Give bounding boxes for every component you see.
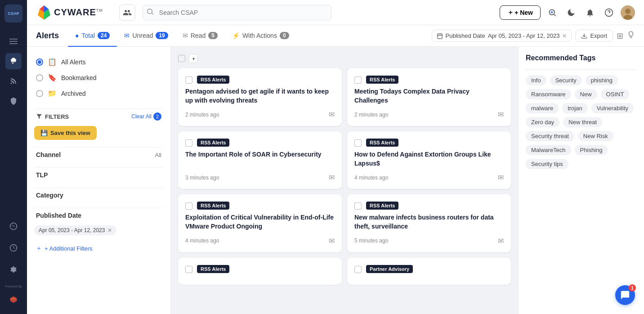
alert-card-3[interactable]: RSS Alerts The Important Role of SOAR in… (178, 131, 342, 189)
card-2-checkbox[interactable] (354, 76, 362, 84)
archived-radio (36, 90, 43, 97)
card-3-mail-icon[interactable]: ✉ (329, 173, 335, 182)
tag-item[interactable]: MalwareTech (526, 145, 571, 155)
bulb-icon[interactable] (627, 31, 635, 41)
new-button[interactable]: ＋ + New (500, 5, 541, 20)
tag-item[interactable]: Security tips (526, 159, 568, 169)
card-5-mail-icon[interactable]: ✉ (329, 237, 335, 245)
alerts-grid: RSS Alerts Pentagon advised to get agile… (178, 68, 511, 285)
filter-icon (36, 113, 42, 120)
alert-card-1[interactable]: RSS Alerts Pentagon advised to get agile… (178, 68, 342, 126)
card-6-checkbox[interactable] (354, 202, 362, 210)
tlp-label: TLP (36, 171, 48, 179)
tag-item[interactable]: Ransomware (526, 89, 571, 99)
select-all-checkbox[interactable] (178, 55, 185, 62)
tab-read[interactable]: ✉ Read 5 (175, 25, 225, 47)
tab-total-label: Total (82, 32, 95, 39)
add-filters-button[interactable]: ＋ + Additional Filters (34, 241, 163, 256)
filter-category-section: Category (34, 188, 163, 202)
chat-icon (620, 290, 630, 300)
tag-item[interactable]: Security (550, 75, 582, 85)
alert-card-7[interactable]: RSS Alerts (178, 258, 342, 285)
tag-item[interactable]: New Risk (578, 131, 613, 141)
tag-item[interactable]: Security threat (526, 131, 574, 141)
cyware-footer-logo[interactable] (5, 292, 22, 308)
tag-item[interactable]: phishing (586, 75, 618, 85)
date-filter-label: Published Date (446, 32, 485, 39)
card-1-mail-icon[interactable]: ✉ (329, 110, 335, 119)
card-5-badge: RSS Alerts (197, 202, 229, 210)
tag-item[interactable]: malware (526, 103, 559, 113)
card-8-checkbox[interactable] (354, 266, 362, 273)
alerts-right-actions: Published Date Apr 05, 2023 - Apr 12, 20… (432, 30, 635, 42)
tag-item[interactable]: OSINT (601, 89, 630, 99)
alert-type-all[interactable]: 📋 All Alerts (34, 54, 163, 70)
category-filter-toggle[interactable]: Category (34, 188, 163, 202)
all-alerts-icon: 📋 (48, 58, 57, 66)
card-7-checkbox[interactable] (185, 266, 192, 273)
team-switcher-button[interactable] (119, 4, 135, 21)
card-3-checkbox[interactable] (185, 139, 192, 147)
tab-unread-label: Unread (132, 32, 153, 39)
card-6-time: 5 minutes ago (354, 238, 388, 244)
nav-settings-icon[interactable] (5, 261, 22, 278)
tag-item[interactable]: Info (526, 75, 546, 85)
date-filter-clear[interactable]: ✕ (562, 33, 567, 39)
card-6-mail-icon[interactable]: ✉ (498, 237, 504, 245)
nav-sidebar: CSAP Powered By (0, 0, 27, 314)
clear-all-button[interactable]: Clear All 2 (131, 112, 161, 121)
nav-menu-icon[interactable] (5, 33, 22, 49)
dark-mode-icon[interactable] (564, 5, 578, 20)
date-filter-chip[interactable]: Published Date Apr 05, 2023 - Apr 12, 20… (432, 30, 572, 42)
user-avatar[interactable] (621, 5, 635, 20)
card-4-time: 4 minutes ago (354, 175, 388, 181)
card-4-mail-icon[interactable]: ✉ (498, 173, 504, 182)
tab-total[interactable]: ● Total 24 (68, 25, 117, 47)
search-bar (143, 5, 331, 20)
tlp-filter-toggle[interactable]: TLP (34, 167, 163, 182)
tag-item[interactable]: Phishing (575, 145, 608, 155)
date-chip-clear[interactable]: ✕ (107, 227, 112, 233)
search-csap-icon[interactable] (545, 5, 559, 20)
tag-item[interactable]: New (575, 89, 597, 99)
alert-type-bookmarked[interactable]: 🔖 Bookmarked (34, 70, 163, 85)
alert-type-archived[interactable]: 📁 Archived (34, 85, 163, 101)
tag-item[interactable]: Zero day (526, 117, 559, 127)
date-filter-toggle[interactable]: Published Date (34, 208, 163, 223)
alert-card-5[interactable]: RSS Alerts Exploitation of Critical Vuln… (178, 194, 342, 252)
alert-card-8[interactable]: Partner Advisory (347, 258, 511, 285)
card-4-checkbox[interactable] (354, 139, 362, 147)
alert-card-6[interactable]: RSS Alerts New malware infects business … (347, 194, 511, 252)
grid-view-icon[interactable]: ⊞ (617, 31, 623, 41)
card-2-badge: RSS Alerts (366, 76, 398, 84)
alert-card-4[interactable]: RSS Alerts How to Defend Against Extorti… (347, 131, 511, 189)
nav-clock-icon[interactable] (5, 240, 22, 256)
nav-analytics-icon[interactable] (5, 218, 22, 234)
filter-channel-section: Channel All (34, 147, 163, 162)
app-logo[interactable]: CSAP (4, 4, 22, 22)
channel-filter-toggle[interactable]: Channel All (34, 147, 163, 162)
alert-card-2[interactable]: RSS Alerts Meeting Todays Complex Data P… (347, 68, 511, 126)
nav-feed-icon[interactable] (5, 73, 22, 89)
tag-item[interactable]: Vulnerability (591, 103, 634, 113)
tag-item[interactable]: New threat (563, 117, 602, 127)
card-3-title: The Important Role of SOAR in Cybersecur… (185, 150, 335, 168)
search-input[interactable] (143, 5, 331, 20)
card-2-mail-icon[interactable]: ✉ (498, 110, 504, 119)
date-chip-value: Apr 05, 2023 - Apr 12, 2023 (39, 227, 105, 233)
card-3-time: 3 minutes ago (185, 175, 219, 181)
card-1-checkbox[interactable] (185, 76, 192, 84)
tab-unread[interactable]: ✉ Unread 19 (117, 25, 175, 47)
chat-bubble[interactable]: 1 (615, 285, 635, 305)
nav-shield-icon[interactable] (5, 93, 22, 109)
tag-item[interactable]: trojan (562, 103, 588, 113)
nav-alerts-icon[interactable] (5, 53, 22, 69)
card-5-checkbox[interactable] (185, 202, 192, 210)
card-6-badge: RSS Alerts (366, 202, 398, 210)
help-icon[interactable] (602, 5, 616, 20)
tab-with-actions[interactable]: ⚡ With Actions 0 (225, 25, 296, 47)
save-view-button[interactable]: 💾 Save this view (34, 126, 97, 140)
export-button[interactable]: Export (575, 30, 613, 42)
select-dropdown[interactable]: ▾ (189, 54, 198, 63)
notification-icon[interactable] (583, 5, 597, 20)
